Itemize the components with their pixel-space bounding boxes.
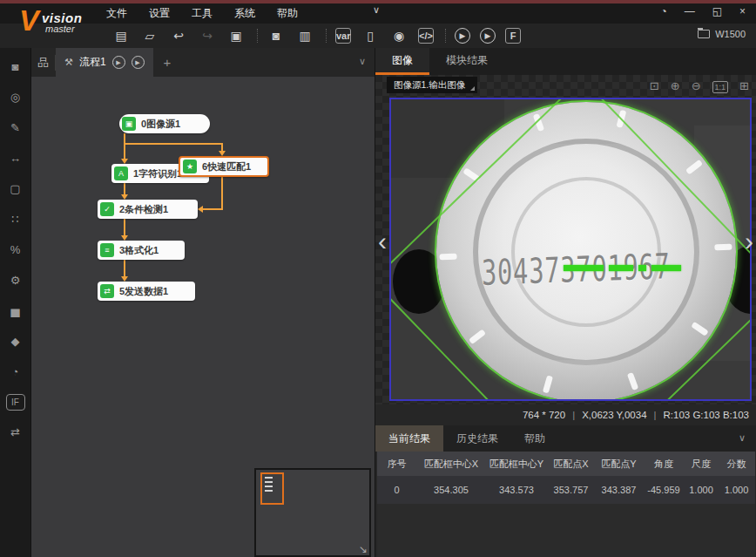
global-trigger-icon[interactable]: ◉ [389,27,408,44]
script-icon[interactable]: ▯ [361,27,380,44]
cell-scale: 1.000 [685,476,718,504]
annotation-segment [609,265,633,271]
node-format[interactable]: ≡ 3格式化1 [98,241,185,260]
fit-view-icon[interactable]: ⊡ [650,79,659,93]
camera-icon[interactable]: ◙ [267,27,286,44]
histogram-icon[interactable]: ▅ [6,302,25,320]
node-fast-match[interactable]: ★ 6快速匹配1 [179,156,269,177]
timer-camera-icon[interactable]: ◔ [6,363,25,381]
redo-icon[interactable]: ↪ [198,27,217,44]
one-to-one-icon[interactable]: 1:1 [712,81,729,93]
col-scale: 尺度 [685,452,718,476]
pixel-rgb-value: R:103 G:103 B:103 [664,410,749,420]
cell-angle: -45.959 [643,476,685,504]
image-config-icon[interactable]: ⚙ [6,272,25,289]
add-flow-button[interactable]: + [164,55,172,70]
node-label: 5发送数据1 [114,285,175,298]
minimap-node-thumb [265,477,273,479]
measure-icon[interactable]: ↔ [6,150,25,167]
if-logic-icon[interactable]: IF [6,394,25,411]
connector-line [221,143,223,151]
viewer-statusbar: 764 * 720 | X,0623 Y,0034 | R:103 G:103 … [375,404,756,425]
main-area: ◙ ◎ ✎ ↔ ▢ ∷ % ⚙ ▅ ◆ ◔ IF ⇄ 品 ⚒ 流程1 ▶ ▶ [0,48,756,557]
restore-button[interactable]: ◱ [712,5,722,17]
window-controls: ◔ — ◱ × [660,5,746,17]
node-image-source[interactable]: ▣ 0图像源1 [119,114,210,133]
code-icon[interactable]: </> [418,28,434,44]
wrench-icon[interactable]: ⚒ [64,57,73,68]
workspace-folder-icon [698,30,710,38]
tab-help[interactable]: 帮助 [511,425,558,452]
image-resolution: 764 * 720 [523,410,565,420]
menu-item-system[interactable]: 系统 [234,6,255,21]
tool-sidebar: ◙ ◎ ✎ ↔ ▢ ∷ % ⚙ ▅ ◆ ◔ IF ⇄ [0,48,31,557]
app-logo: V vision master [19,3,115,44]
target-icon[interactable]: ◎ [6,89,25,106]
image-source-selector[interactable]: 图像源1.输出图像 [387,77,477,93]
table-row[interactable]: 0 354.305 343.573 353.757 343.387 -45.95… [377,476,755,504]
tab-image[interactable]: 图像 [375,48,429,75]
flow-run-loop-icon[interactable]: ▶ [132,56,145,69]
open-icon[interactable]: ▱ [140,27,159,44]
module-list-icon[interactable]: ▥ [295,27,314,44]
tab-module-result[interactable]: 模块结果 [429,48,504,75]
flow-run-once-icon[interactable]: ▶ [112,56,125,69]
cap-lug [685,160,703,175]
minimap-node-thumb [265,486,273,487]
flow-tab-active[interactable]: ⚒ 流程1 ▶ ▶ [56,48,153,77]
prev-image-arrow[interactable]: ‹ [378,228,387,255]
match-annotation-overlay [564,265,681,271]
menu-item-settings[interactable]: 设置 [149,6,170,21]
camera-source-icon[interactable]: ◙ [6,58,25,76]
send-data-node-icon: ⇄ [100,284,114,298]
close-button[interactable]: × [739,5,746,17]
flow-collapse-icon[interactable]: ∨ [359,56,366,67]
status-separator: | [572,410,575,420]
menu-item-tools[interactable]: 工具 [192,6,213,21]
next-image-arrow[interactable]: › [745,228,753,255]
global-var-icon[interactable]: var [335,28,351,44]
viewer-tabs: 图像 模块结果 [375,48,756,75]
flow-canvas[interactable]: ▣ 0图像源1 A 1字符识别1 ★ 6快速匹配1 ✓ 2条件检测1 ≡ 3 [31,77,375,557]
flow-list-icon[interactable]: 品 [37,55,49,71]
minimize-button[interactable]: — [685,5,695,17]
annotation-segment [651,265,681,271]
result-table: 序号 匹配框中心X 匹配框中心Y 匹配点X 匹配点Y 角度 尺度 分数 0 35… [377,452,755,557]
scatter-icon[interactable]: ∷ [6,211,25,228]
fullscreen-icon[interactable]: ⊞ [739,79,749,93]
focus-region-icon[interactable]: ▢ [6,180,25,198]
titlebar-dropdown-icon[interactable]: ∨ [373,4,380,16]
flow-minimap[interactable]: ↘ [254,468,371,557]
tab-current-result[interactable]: 当前结果 [375,425,443,452]
node-condition-check[interactable]: ✓ 2条件检测1 [98,200,198,219]
zoom-in-icon[interactable]: ⊕ [671,79,680,93]
menu-item-help[interactable]: 帮助 [277,6,298,21]
f-shortcut-icon[interactable]: F [505,28,521,44]
run-loop-icon[interactable]: ▶ [480,28,496,44]
data-exchange-icon[interactable]: ⇄ [6,424,25,441]
run-once-icon[interactable]: ▶ [455,28,470,44]
cell-match-point-x: 353.757 [547,476,595,504]
visionmaster-window: ∨ 文件 设置 工具 系统 帮助 ◔ — ◱ × V vision master… [0,0,756,557]
performance-icon[interactable]: ◔ [660,5,666,17]
image-source-node-icon: ▣ [122,117,136,131]
format-node-icon: ≡ [100,243,114,257]
tab-history-result[interactable]: 历史结果 [443,425,511,452]
minimap-resize-icon[interactable]: ↘ [359,543,368,555]
table-header-row: 序号 匹配框中心X 匹配框中心Y 匹配点X 匹配点Y 角度 尺度 分数 [377,452,755,476]
minimap-viewport[interactable] [260,472,284,505]
workspace-selector[interactable]: W1500 [698,29,746,39]
save-lock-icon[interactable]: ▣ [226,27,246,44]
image-edit-icon[interactable]: ✎ [6,119,25,137]
zoom-out-icon[interactable]: ⊖ [692,79,701,93]
image-viewport[interactable]: 图像源1.输出图像 ⊡ ⊕ ⊖ 1:1 ⊞ [375,75,756,404]
result-collapse-icon[interactable]: ∨ [739,432,746,444]
image-ratio-icon[interactable]: % [6,241,25,259]
fast-match-node-icon: ★ [183,160,197,173]
node-label: 2条件检测1 [114,203,175,216]
node-send-data[interactable]: ⇄ 5发送数据1 [98,282,195,301]
undo-icon[interactable]: ↩ [169,27,188,44]
color-fill-icon[interactable]: ◆ [6,333,25,350]
cursor-coordinates: X,0623 Y,0034 [582,410,646,420]
col-match-point-x: 匹配点X [547,452,595,476]
